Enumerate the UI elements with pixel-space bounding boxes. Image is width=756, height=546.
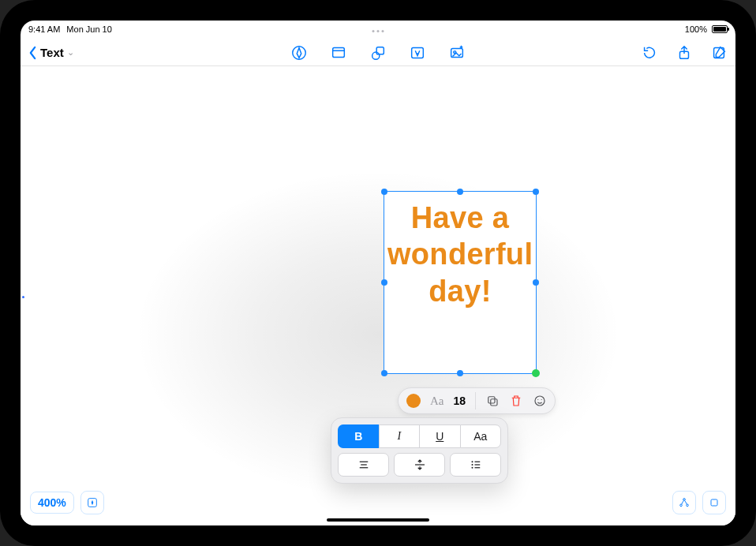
align-button[interactable] <box>338 453 389 477</box>
battery-pct: 100% <box>685 24 707 34</box>
resize-handle[interactable] <box>457 189 463 195</box>
resize-handle[interactable] <box>381 279 387 286</box>
image-tool-button[interactable] <box>448 44 466 62</box>
svg-rect-31 <box>711 499 717 506</box>
svg-rect-2 <box>333 47 345 57</box>
svg-point-22 <box>471 467 473 469</box>
list-button[interactable] <box>450 453 501 477</box>
more-emoji-button[interactable] <box>533 394 547 408</box>
canvas[interactable]: Have a wonderful day! Aa 18 <box>21 66 735 525</box>
font-button[interactable]: Aa <box>430 395 444 408</box>
battery-icon <box>712 25 728 33</box>
divider <box>475 392 476 410</box>
device-frame: 9:41 AM Mon Jun 10 100% Text ⌄ <box>0 0 756 546</box>
sticky-note-button[interactable] <box>330 44 347 62</box>
svg-point-21 <box>471 464 473 466</box>
fit-view-button[interactable] <box>702 491 726 514</box>
svg-point-30 <box>687 504 689 507</box>
navigator-button[interactable] <box>80 491 104 514</box>
status-bar: 9:41 AM Mon Jun 10 100% <box>21 21 735 38</box>
delete-button[interactable] <box>509 394 523 408</box>
resize-handle[interactable] <box>533 279 539 286</box>
share-button[interactable] <box>676 44 693 62</box>
text-box-content[interactable]: Have a wonderful day! <box>384 192 536 317</box>
status-date: Mon Jun 10 <box>66 24 111 34</box>
underline-toggle[interactable]: U <box>419 424 460 448</box>
resize-handle[interactable] <box>533 189 539 195</box>
text-tool-button[interactable] <box>409 44 426 62</box>
back-button[interactable] <box>28 46 37 60</box>
edge-indicator <box>22 296 24 298</box>
resize-handle-corner[interactable] <box>532 369 540 377</box>
screen: 9:41 AM Mon Jun 10 100% Text ⌄ <box>21 21 735 525</box>
resize-handle[interactable] <box>457 370 463 376</box>
svg-point-13 <box>535 396 545 406</box>
svg-point-5 <box>372 52 380 59</box>
text-context-toolbar: Aa 18 <box>398 387 556 414</box>
graph-view-button[interactable] <box>672 491 696 514</box>
svg-rect-11 <box>488 397 495 403</box>
app-toolbar: Text ⌄ <box>21 39 735 66</box>
resize-handle[interactable] <box>381 189 387 195</box>
svg-point-28 <box>683 499 686 501</box>
text-box-selected[interactable]: Have a wonderful day! <box>384 191 537 374</box>
case-toggle[interactable]: Aa <box>460 424 502 448</box>
italic-toggle[interactable]: I <box>379 424 420 448</box>
pen-tool-button[interactable] <box>290 44 308 62</box>
board-title-dropdown[interactable]: Text ⌄ <box>40 46 74 59</box>
font-size-button[interactable]: 18 <box>454 395 466 407</box>
resize-handle[interactable] <box>381 370 387 376</box>
svg-point-14 <box>537 399 538 400</box>
text-format-panel: B I U Aa <box>331 417 508 484</box>
compose-button[interactable] <box>710 44 728 62</box>
zoom-level-button[interactable]: 400% <box>30 492 74 514</box>
duplicate-button[interactable] <box>485 394 500 408</box>
vertical-align-button[interactable] <box>394 453 445 477</box>
svg-rect-12 <box>491 399 497 406</box>
bold-toggle[interactable]: B <box>338 424 379 448</box>
svg-marker-27 <box>91 500 93 506</box>
chevron-down-icon: ⌄ <box>67 47 74 58</box>
board-title: Text <box>40 46 64 59</box>
status-time: 9:41 AM <box>28 24 60 34</box>
svg-point-29 <box>680 504 683 507</box>
svg-point-15 <box>541 399 542 400</box>
undo-button[interactable] <box>641 44 658 62</box>
color-picker-button[interactable] <box>406 394 421 408</box>
svg-point-20 <box>471 461 473 462</box>
shape-tool-button[interactable] <box>369 44 387 62</box>
home-indicator[interactable] <box>327 518 429 522</box>
